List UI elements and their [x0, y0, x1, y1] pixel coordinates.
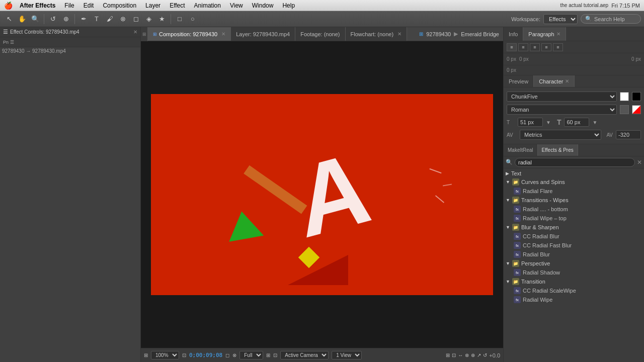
- tool-pen[interactable]: ✒: [77, 13, 90, 25]
- menu-file[interactable]: File: [60, 2, 78, 10]
- tab-footage[interactable]: Footage: (none): [295, 27, 345, 41]
- effects-search-input[interactable]: [515, 158, 635, 167]
- tree-item-radial-shadow[interactable]: fx Radial Shadow: [504, 268, 644, 277]
- menu-edit[interactable]: Edit: [79, 2, 98, 10]
- viewer-icon-2[interactable]: ⊡: [273, 352, 277, 358]
- menu-view[interactable]: View: [226, 2, 247, 10]
- tab-flowchart-close[interactable]: ✕: [397, 31, 401, 37]
- tree-cat-blur[interactable]: ▼ 📁 Blur & Sharpen: [504, 223, 644, 232]
- workspace-dropdown[interactable]: Effects: [543, 14, 578, 24]
- tool-selection[interactable]: ↖: [3, 13, 15, 25]
- viewer-render-toggle[interactable]: ◻: [225, 352, 229, 358]
- viewer-icon-7[interactable]: ⊕: [471, 352, 475, 358]
- tab-character[interactable]: Character ✕: [534, 75, 575, 87]
- tree-cat-transitions[interactable]: ▼ 📁 Transitions - Wipes: [504, 196, 644, 205]
- tool-shape-rect[interactable]: □: [174, 13, 186, 25]
- tab-flowchart[interactable]: Flowchart: (none) ✕: [346, 27, 408, 41]
- menu-effect[interactable]: Effect: [166, 2, 189, 10]
- font-size-field[interactable]: [518, 118, 543, 127]
- tree-cat-text[interactable]: ▶ Text: [504, 169, 644, 177]
- tab-composition[interactable]: ⊞ Composition: 92789430 ✕: [148, 27, 231, 41]
- tab-paragraph[interactable]: Paragraph ✕: [523, 27, 566, 41]
- tool-shape-ellipse[interactable]: ○: [187, 13, 199, 25]
- viewer-icon-6[interactable]: ⊗: [465, 352, 469, 358]
- tab-layer[interactable]: Layer: 92789430.mp4: [231, 27, 295, 41]
- tree-cat-curves-label: Curves and Spins: [521, 179, 565, 185]
- tab-character-close[interactable]: ✕: [565, 78, 569, 84]
- menu-layer[interactable]: Layer: [141, 2, 165, 10]
- tool-zoom[interactable]: 🔍: [29, 13, 41, 25]
- justify-btn[interactable]: ≡: [541, 43, 551, 51]
- viewer-offset: +0.0: [489, 352, 500, 358]
- tree-item-radial-blur[interactable]: fx Radial Blur: [504, 250, 644, 259]
- viewer-icon-4[interactable]: ⊡: [452, 352, 456, 358]
- font-family-select[interactable]: ChunkFive: [507, 92, 617, 102]
- tree-item-cc-radial-scalewipe[interactable]: fx CC Radial ScaleWipe: [504, 286, 644, 295]
- comp-location-arrow: ▶: [454, 31, 458, 37]
- panel-menu-icon[interactable]: ☰: [3, 29, 8, 35]
- align-left-btn[interactable]: ≡: [507, 43, 517, 51]
- tool-clone[interactable]: ⊗: [117, 13, 129, 25]
- tree-item-radial-bottom[interactable]: fx Radial .... - bottom: [504, 205, 644, 214]
- tree-item-cc-radial-blur[interactable]: fx CC Radial Blur: [504, 232, 644, 241]
- tool-hand[interactable]: ✋: [16, 13, 28, 25]
- tab-preview[interactable]: Preview: [504, 75, 534, 87]
- viewer[interactable]: A: [141, 41, 503, 348]
- viewer-quality-select[interactable]: Full: [239, 351, 263, 359]
- tool-eraser[interactable]: ◻: [130, 13, 142, 25]
- metrics-select[interactable]: Metrics: [520, 130, 601, 140]
- tree-cat-transition[interactable]: ▼ 📁 Transition: [504, 277, 644, 286]
- align-right-btn[interactable]: ≡: [530, 43, 540, 51]
- search-help-input[interactable]: 🔍 Search Help: [581, 14, 641, 24]
- viewer-grid-toggle[interactable]: ⊞: [144, 352, 148, 358]
- menu-composition[interactable]: Composition: [99, 2, 140, 10]
- viewer-icon-1[interactable]: ⊞: [266, 352, 270, 358]
- align-center-btn[interactable]: ≡: [518, 43, 528, 51]
- viewer-zoom-select[interactable]: 100%: [151, 351, 179, 359]
- tab-preview-label: Preview: [509, 78, 528, 84]
- tree-folder-curves: 📁: [512, 178, 519, 186]
- tool-puppet[interactable]: ★: [156, 13, 168, 25]
- viewer-icon-8[interactable]: ↗: [477, 352, 481, 358]
- tab-paragraph-close[interactable]: ✕: [556, 31, 560, 37]
- tab-info[interactable]: Info: [504, 27, 523, 41]
- tool-rotate[interactable]: ↺: [47, 13, 59, 25]
- tab-makeitreal[interactable]: MakeItReal: [504, 144, 538, 156]
- menubar: 🍎 After Effects File Edit Composition La…: [0, 0, 644, 11]
- tool-orbit[interactable]: ⊕: [60, 13, 72, 25]
- viewer-bottom-bar: ⊞ 100% ⊡ 0;00;09;08 ◻ ⊗ Full ⊞ ⊡ Active …: [141, 348, 503, 362]
- apple-icon[interactable]: 🍎: [4, 2, 13, 10]
- tool-text[interactable]: T: [91, 13, 103, 25]
- panel-close[interactable]: ✕: [133, 29, 137, 35]
- viewer-alpha-toggle[interactable]: ⊗: [232, 352, 236, 358]
- menu-window[interactable]: Window: [248, 2, 278, 10]
- tree-cat-perspective[interactable]: ▼ 📁 Perspective: [504, 259, 644, 268]
- tree-item-cc-radial-fast-blur[interactable]: fx CC Radial Fast Blur: [504, 241, 644, 250]
- font-color-black[interactable]: [632, 92, 641, 101]
- viewer-fit-toggle[interactable]: ⊡: [182, 352, 186, 358]
- tracking-field[interactable]: [564, 118, 589, 127]
- tree-item-radial-wipe-top[interactable]: fx Radial Wipe – top: [504, 214, 644, 223]
- justify-all-btn[interactable]: ≡: [553, 43, 563, 51]
- tab-effects-presets[interactable]: Effects & Pres: [538, 144, 578, 156]
- menu-animation[interactable]: Animation: [190, 2, 225, 10]
- menu-help[interactable]: Help: [278, 2, 299, 10]
- viewer-icon-3[interactable]: ⊞: [446, 352, 450, 358]
- tree-cat-curves[interactable]: ▼ 📁 Curves and Spins: [504, 177, 644, 187]
- tool-brush[interactable]: 🖌: [104, 13, 116, 25]
- viewer-camera-select[interactable]: Active Camera: [280, 351, 329, 359]
- menu-app-name[interactable]: After Effects: [16, 2, 59, 10]
- tree-item-radial-wipe[interactable]: fx Radial Wipe: [504, 295, 644, 304]
- font-color-white[interactable]: [620, 92, 629, 101]
- tab-composition-close[interactable]: ✕: [221, 31, 225, 37]
- font-style-select[interactable]: Roman: [507, 105, 617, 115]
- viewer-icon-9[interactable]: ↺: [483, 352, 487, 358]
- canvas-area: A: [151, 94, 493, 295]
- viewer-icon-5[interactable]: ↔: [458, 352, 463, 358]
- effects-search-clear[interactable]: ✕: [637, 159, 642, 166]
- viewer-layout-select[interactable]: 1 View: [332, 351, 362, 359]
- av-value-field[interactable]: [616, 130, 641, 139]
- tree-item-radial-flare[interactable]: fx Radial Flare: [504, 187, 644, 196]
- stroke-swatch[interactable]: [620, 105, 629, 114]
- tool-roto[interactable]: ◈: [143, 13, 155, 25]
